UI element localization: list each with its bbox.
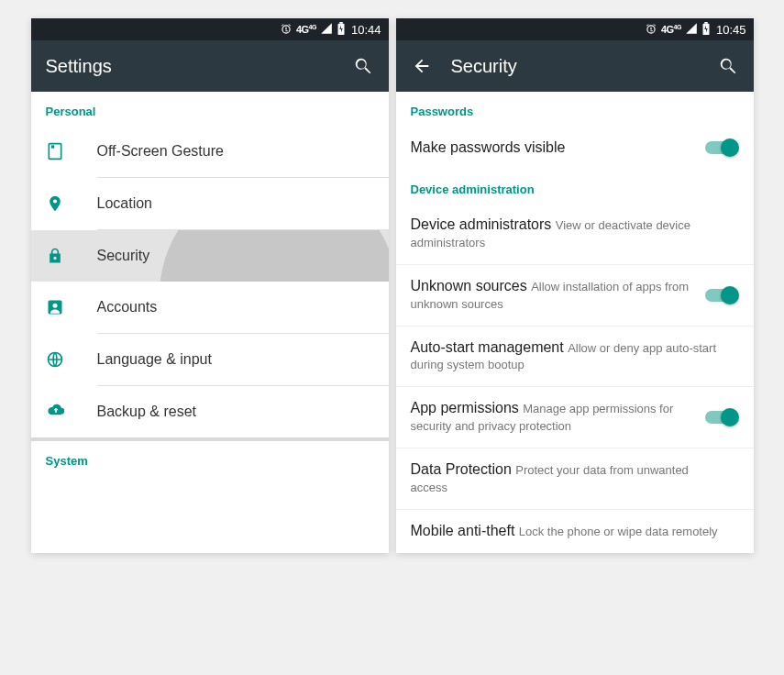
network-4g: 4G4G <box>661 24 681 35</box>
item-label: Location <box>97 195 374 212</box>
item-label: Device administrators <box>411 216 552 232</box>
lock-icon <box>46 247 97 265</box>
security-item-auto-start-management[interactable]: Auto-start management Allow or deny app … <box>396 326 754 387</box>
svg-rect-3 <box>50 145 53 148</box>
item-label: Off-Screen Gesture <box>97 143 374 160</box>
security-item-app-permissions[interactable]: App permissions Manage app permissions f… <box>396 387 754 448</box>
security-item-device-administrators[interactable]: Device administrators View or deactivate… <box>396 204 754 264</box>
item-label: Unknown sources <box>411 278 527 293</box>
item-label: Accounts <box>97 299 374 315</box>
settings-list: Personal Off-Screen Gesture Location Sec… <box>31 92 389 553</box>
security-item-mobile-anti-theft[interactable]: Mobile anti-theft Lock the phone or wipe… <box>396 510 754 553</box>
svg-rect-1 <box>339 22 343 24</box>
settings-item-off-screen-gesture[interactable]: Off-Screen Gesture <box>31 126 389 177</box>
account-icon <box>46 298 97 316</box>
phone-security: 4G4G 10:45 Security Passwords Make passw… <box>396 18 754 553</box>
battery-charging-icon <box>701 22 711 38</box>
network-4g: 4G4G <box>296 24 316 35</box>
back-button[interactable] <box>411 55 433 77</box>
item-label: Make passwords visible <box>411 139 566 155</box>
section-header-device-admin: Device administration <box>396 170 754 204</box>
section-header-passwords: Passwords <box>396 92 754 126</box>
status-bar: 4G4G 10:44 <box>31 18 389 40</box>
settings-item-language-input[interactable]: Language & input <box>31 334 389 385</box>
toggle-app-permissions[interactable] <box>702 408 739 426</box>
settings-item-accounts[interactable]: Accounts <box>31 282 389 333</box>
settings-item-backup-reset[interactable]: Backup & reset <box>31 386 389 437</box>
svg-point-5 <box>52 304 57 308</box>
item-label: Data Protection <box>411 461 512 477</box>
status-bar: 4G4G 10:45 <box>396 18 754 40</box>
toolbar: Security <box>396 40 754 92</box>
settings-item-security[interactable]: Security <box>31 230 389 282</box>
toggle-unknown-sources[interactable] <box>702 286 739 304</box>
item-label: Auto-start management <box>411 339 564 355</box>
alarm-icon <box>645 23 657 36</box>
phone-settings: 4G4G 10:44 Settings Personal Off-Screen … <box>31 18 389 553</box>
cloud-upload-icon <box>46 403 97 421</box>
item-label: Backup & reset <box>97 404 374 420</box>
section-header-personal: Personal <box>31 92 389 126</box>
settings-item-location[interactable]: Location <box>31 178 389 229</box>
toggle-passwords-visible[interactable] <box>702 138 739 157</box>
svg-rect-8 <box>704 22 708 24</box>
search-button[interactable] <box>352 55 374 77</box>
location-icon <box>46 194 97 213</box>
search-button[interactable] <box>717 55 739 77</box>
security-list: Passwords Make passwords visible Device … <box>396 92 754 553</box>
status-time: 10:45 <box>716 23 746 37</box>
globe-icon <box>46 350 97 369</box>
svg-rect-2 <box>49 144 61 160</box>
signal-icon <box>685 22 698 38</box>
gesture-icon <box>46 142 97 160</box>
item-label: Security <box>97 248 374 264</box>
security-item-unknown-sources[interactable]: Unknown sources Allow installation of ap… <box>396 265 754 326</box>
page-title: Settings <box>46 56 334 77</box>
alarm-icon <box>280 23 293 36</box>
section-header-system: System <box>31 441 389 475</box>
status-time: 10:44 <box>351 23 381 37</box>
security-item-make-passwords-visible[interactable]: Make passwords visible <box>396 126 754 170</box>
item-label: Language & input <box>97 351 374 368</box>
battery-charging-icon <box>337 22 346 38</box>
item-sublabel: Lock the phone or wipe data remotely <box>519 525 718 538</box>
toolbar: Settings <box>31 40 389 92</box>
signal-icon <box>320 22 333 38</box>
security-item-data-protection[interactable]: Data Protection Protect your data from u… <box>396 448 754 509</box>
page-title: Security <box>451 56 699 77</box>
item-label: Mobile anti-theft <box>411 523 515 538</box>
item-label: App permissions <box>411 400 519 415</box>
